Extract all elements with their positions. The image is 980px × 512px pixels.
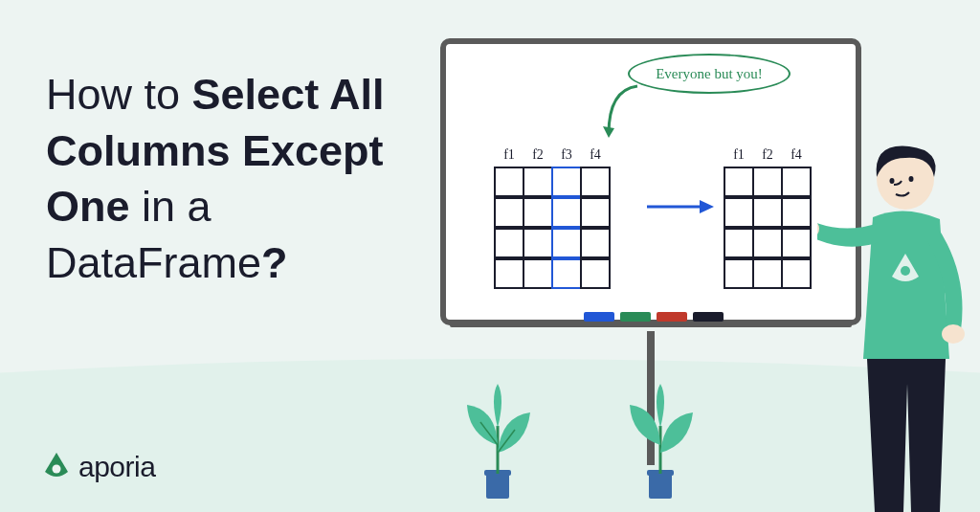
speech-bubble: Everyone but you!	[628, 54, 791, 94]
grid-cell	[523, 167, 553, 197]
grid-column: f4	[781, 147, 812, 289]
grid-cell	[494, 167, 524, 197]
grid-cell	[580, 228, 611, 258]
grid-cell	[523, 197, 553, 228]
marker-icon	[584, 312, 614, 322]
grid-column: f1	[724, 147, 754, 289]
svg-point-14	[942, 324, 965, 344]
grid-cell	[494, 258, 524, 289]
grid-cell	[580, 197, 611, 228]
source-grid: f1f2f3f4	[494, 147, 609, 289]
grid-cell	[752, 167, 783, 197]
column-label: f3	[551, 147, 582, 167]
grid-cell	[551, 258, 582, 289]
grid-cell	[752, 197, 783, 228]
column-label: f1	[494, 147, 524, 167]
marker-icon	[693, 312, 724, 322]
svg-rect-7	[649, 474, 672, 499]
brand-logo: aporia	[42, 451, 155, 483]
grid-cell	[781, 228, 812, 258]
grid-cell	[551, 167, 582, 197]
page-title: How to Select All Columns Except One in …	[46, 67, 384, 291]
svg-point-0	[53, 465, 61, 474]
svg-point-15	[901, 266, 910, 276]
grid-cell	[580, 258, 611, 289]
result-grid: f1f2f4	[724, 147, 810, 289]
grid-cell	[523, 258, 553, 289]
plant-icon	[450, 378, 546, 502]
logo-text: aporia	[78, 451, 155, 483]
grid-cell	[781, 197, 812, 228]
column-label: f2	[523, 147, 553, 167]
grid-cell	[724, 167, 754, 197]
marker-icon	[657, 312, 687, 322]
svg-point-12	[909, 176, 914, 182]
person-illustration	[817, 129, 980, 512]
whiteboard-tray	[450, 308, 852, 327]
logo-icon	[42, 451, 71, 483]
grid-column: f2	[752, 147, 783, 289]
column-label: f4	[580, 147, 611, 167]
grid-cell	[551, 228, 582, 258]
arrow-right-icon	[647, 197, 714, 216]
grid-cell	[523, 228, 553, 258]
column-label: f1	[724, 147, 754, 167]
grid-cell	[551, 197, 582, 228]
svg-rect-2	[486, 474, 509, 499]
grid-cell	[494, 228, 524, 258]
grid-cell	[781, 167, 812, 197]
svg-point-11	[890, 178, 895, 184]
column-label: f4	[781, 147, 812, 167]
grid-cell	[724, 197, 754, 228]
grid-column: f1	[494, 147, 524, 289]
grid-cell	[494, 197, 524, 228]
arrow-down-icon	[599, 78, 647, 147]
grid-cell	[781, 258, 812, 289]
grid-cell	[724, 228, 754, 258]
grid-column: f3	[551, 147, 582, 289]
whiteboard: Everyone but you! f1f2f3f4 f1f2f4	[440, 38, 861, 325]
grid-column: f4	[580, 147, 611, 289]
grid-cell	[752, 228, 783, 258]
grid-cell	[724, 258, 754, 289]
marker-icon	[620, 312, 651, 322]
column-label: f2	[752, 147, 783, 167]
grid-cell	[752, 258, 783, 289]
grid-column: f2	[523, 147, 553, 289]
grid-cell	[580, 167, 611, 197]
plant-icon	[612, 378, 708, 502]
